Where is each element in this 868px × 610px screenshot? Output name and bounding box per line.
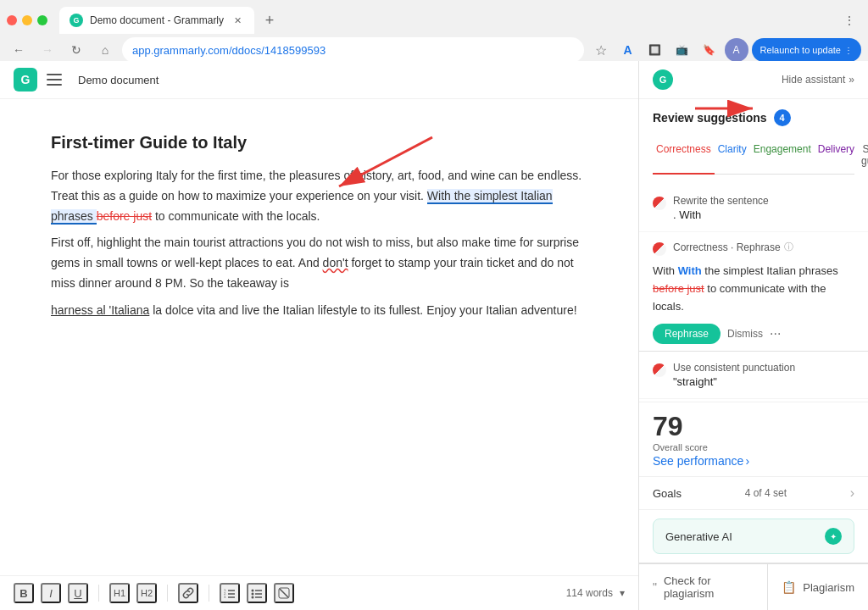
- italic-button[interactable]: I: [41, 583, 61, 603]
- new-tab-button[interactable]: +: [258, 8, 281, 32]
- hide-assistant-label: Hide assistant: [782, 74, 845, 86]
- editor-content[interactable]: First-timer Guide to Italy For those exp…: [0, 99, 638, 575]
- profile-icon[interactable]: A: [725, 38, 748, 62]
- h1-button[interactable]: H1: [109, 583, 130, 603]
- harness-phrase: harness al 'Italiana: [51, 303, 149, 317]
- see-performance-button[interactable]: See performance ›: [653, 454, 749, 468]
- h2-button[interactable]: H2: [136, 583, 157, 603]
- document-title: Demo document: [78, 74, 159, 86]
- suggestion-rephrase-title: Correctness · Rephrase: [673, 241, 781, 253]
- rephrase-preview-text: With With the simplest Italian phrases b…: [653, 263, 854, 315]
- right-panel: Hide assistant » Review suggestions 4 Co…: [639, 61, 868, 610]
- chrome-menu-icon[interactable]: ⋮: [837, 8, 861, 32]
- word-count-arrow: ▾: [620, 587, 625, 599]
- editor-toolbar: Demo document: [0, 61, 638, 99]
- relaunch-button[interactable]: Relaunch to update ⋮: [752, 38, 861, 62]
- svg-text:3.: 3.: [224, 595, 226, 599]
- rephrase-actions: Rephrase Dismiss ···: [653, 324, 854, 344]
- home-button[interactable]: ⌂: [93, 38, 117, 62]
- tab-favicon: [70, 14, 83, 27]
- grammarly-panel-icon: [653, 69, 673, 90]
- svg-point-10: [252, 593, 254, 596]
- ordered-list-button[interactable]: 1.2.3.: [220, 583, 240, 603]
- url-bar[interactable]: app.grammarly.com/ddocs/1418599593: [122, 37, 584, 63]
- cast-icon[interactable]: 📺: [670, 38, 694, 62]
- suggestion-punctuation-title: Use consistent punctuation: [673, 362, 795, 374]
- document-body: For those exploring Italy for the first …: [51, 166, 587, 321]
- goals-chevron-icon: ›: [850, 485, 854, 501]
- suggestion-punctuation[interactable]: Use consistent punctuation "straight": [639, 352, 868, 399]
- refresh-button[interactable]: ↻: [64, 38, 88, 62]
- maximize-window-button[interactable]: [37, 15, 47, 25]
- hide-assistant-button[interactable]: Hide assistant »: [782, 74, 854, 86]
- bookmark-icon[interactable]: ☆: [589, 38, 613, 62]
- tab-style-label: Style guide: [861, 143, 868, 167]
- suggestion-icon-rewrite: [653, 197, 666, 210]
- plagiarism-button[interactable]: 📋 Plagiarism: [767, 563, 868, 610]
- forward-button[interactable]: →: [36, 38, 59, 62]
- suggestion-rephrase-header: Correctness · Rephrase ⓘ: [653, 241, 854, 256]
- extension-icon[interactable]: 🔲: [643, 38, 667, 62]
- see-performance-label: See performance: [653, 454, 743, 468]
- review-title-text: Review suggestions: [653, 111, 767, 125]
- generative-ai-label: Generative AI: [665, 530, 818, 543]
- back-button[interactable]: ←: [7, 38, 31, 62]
- clear-format-button[interactable]: [274, 583, 294, 603]
- save-icon[interactable]: 🔖: [698, 38, 721, 62]
- minimize-window-button[interactable]: [22, 15, 32, 25]
- dont-word: don't: [323, 256, 348, 269]
- tab-engagement[interactable]: Engagement: [750, 136, 815, 174]
- overall-score-label: Overall score: [653, 442, 749, 452]
- check-plagiarism-button[interactable]: " Check for plagiarism: [639, 563, 767, 610]
- tab-delivery[interactable]: Delivery: [815, 136, 858, 174]
- grammarly-logo[interactable]: [14, 68, 37, 92]
- link-button[interactable]: [178, 583, 198, 603]
- separator-2: [167, 585, 168, 602]
- suggestion-rewrite[interactable]: Rewrite the sentence . With: [639, 185, 868, 232]
- see-performance-chevron: ›: [745, 454, 749, 468]
- quote-icon: ": [653, 580, 657, 594]
- paragraph-3: harness al 'Italiana la dolce vita and l…: [51, 301, 587, 321]
- url-text: app.grammarly.com/ddocs/1418599593: [132, 44, 574, 57]
- suggestion-rewrite-header: Rewrite the sentence . With: [653, 195, 854, 221]
- unordered-list-button[interactable]: [247, 583, 267, 603]
- tab-correctness[interactable]: Correctness: [653, 136, 715, 174]
- relaunch-label: Relaunch to update: [760, 45, 841, 55]
- tab-engagement-label: Engagement: [754, 143, 811, 155]
- svg-rect-1: [47, 79, 62, 80]
- suggestion-icon-rephrase: [653, 242, 666, 256]
- suggestion-rewrite-title: Rewrite the sentence: [673, 195, 769, 207]
- phrase-end: to communicate with the locals.: [152, 209, 320, 223]
- tab-title: Demo document - Grammarly: [90, 14, 224, 26]
- suggestion-rewrite-text: . With: [673, 208, 769, 221]
- review-section: Review suggestions 4 Correctness Clarity…: [639, 99, 868, 185]
- active-tab[interactable]: Demo document - Grammarly ✕: [59, 7, 254, 34]
- bold-button[interactable]: B: [14, 583, 34, 603]
- suggestion-rephrase-header-area: Correctness · Rephrase ⓘ: [639, 232, 868, 256]
- paragraph-2: First off, highlight the main tourist at…: [51, 233, 587, 293]
- extension-a-icon[interactable]: A: [616, 38, 640, 62]
- word-count: 114 words: [566, 587, 613, 599]
- dismiss-button[interactable]: Dismiss: [727, 328, 763, 340]
- tab-clarity[interactable]: Clarity: [715, 136, 750, 174]
- review-title: Review suggestions 4: [653, 109, 854, 126]
- tab-delivery-label: Delivery: [818, 143, 854, 155]
- review-count-badge: 4: [774, 109, 791, 126]
- svg-point-9: [252, 590, 254, 592]
- rephrase-button[interactable]: Rephrase: [653, 324, 721, 344]
- generative-ai-icon: ✦: [825, 528, 842, 545]
- rephrase-info-icon[interactable]: ⓘ: [784, 241, 793, 253]
- more-options-button[interactable]: ···: [770, 326, 781, 341]
- tab-clarity-label: Clarity: [718, 143, 747, 155]
- tab-correctness-label: Correctness: [656, 143, 711, 155]
- generative-ai-button[interactable]: Generative AI ✦: [653, 518, 854, 554]
- menu-button[interactable]: [44, 69, 64, 90]
- close-window-button[interactable]: [7, 15, 17, 25]
- goals-row[interactable]: Goals 4 of 4 set ›: [639, 477, 868, 510]
- tab-close-button[interactable]: ✕: [231, 14, 244, 27]
- separator-1: [98, 585, 99, 602]
- underline-button[interactable]: U: [68, 583, 88, 603]
- svg-point-11: [252, 596, 254, 599]
- tab-style-guide[interactable]: Style guide: [858, 136, 868, 174]
- goals-count: 4 of 4 set: [745, 487, 787, 499]
